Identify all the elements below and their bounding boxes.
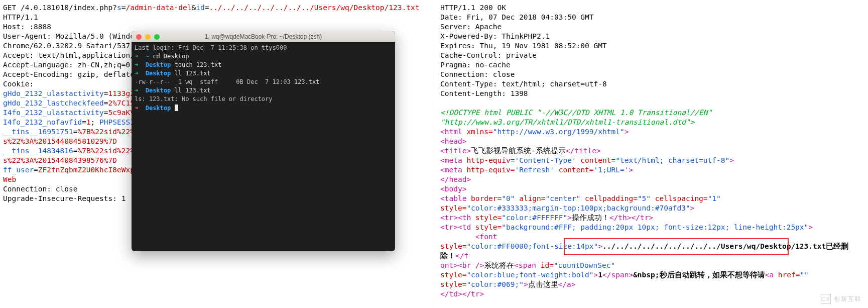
req-http-ver: HTTP/1.1 [3,13,38,21]
success-text: 操作成功！ [572,214,609,222]
req-cookie-label: Cookie: [3,80,34,88]
req-path-prefix: /4.0.181010/index.php? [16,4,117,12]
cookie-key: __tins__14834816 [3,147,73,155]
req-accept: Accept: text/html,application/xhtml+xml,… [3,51,133,60]
cookie-line: s%22%3A%201544084398576%7D [3,156,117,164]
req-al: Accept-Language: zh-CN,zh;q=0.8,en;q=0.6 [3,60,133,70]
term-prompt[interactable]: ➜ Desktop [135,104,392,113]
logo-icon: CX [821,294,831,304]
req-ua1: User-Agent: Mozilla/5.0 (Windows NT 10.0… [3,32,133,41]
watermark: CX 创新互联 [821,294,862,304]
term-line: ➜ Desktop touch 123.txt [135,61,392,69]
term-line: ➜ Desktop ll 123.txt [135,69,392,78]
cookie-key: gHdo_2132_ulastactivity [3,89,104,97]
resp-cc: Cache-Control: private [440,51,537,59]
http-response-panel[interactable]: HTTP/1.1 200 OK Date: Fri, 07 Dec 2018 0… [431,0,868,308]
cookie-line: s%22%3A%201544084581029%7D [3,137,117,145]
term-ls-out: -rw-r--r-- 1 wq staff 0B Dec 7 12:03 123… [135,78,392,86]
doctype-line: <!DOCTYPE html PUBLIC "-//W3C//DTD XHTML… [440,109,712,117]
resp-expires: Expires: Thu, 19 Nov 1981 08:52:00 GMT [440,42,607,50]
term-line: ➜ Desktop ll 123.txt [135,86,392,95]
req-host: Host: [3,23,29,31]
resp-xpb: X-Powered-By: ThinkPHP2.1 [440,32,550,40]
req-s-val: /admin-data-del [126,4,191,12]
cookie-key: gHdo_2132_lastcheckfeed [3,99,104,107]
page-title-text: 飞飞影视导航系统-系统提示 [471,147,566,155]
resp-date: Date: Fri, 07 Dec 2018 04:03:50 GMT [440,13,594,21]
tag: <html [440,128,462,136]
resp-status: HTTP/1.1 200 OK [440,4,506,12]
resp-ctype: Content-Type: text/html; charset=utf-8 [440,80,607,88]
req-ae: Accept-Encoding: gzip, deflate [3,70,133,79]
cookie-key: I4fo_2132_nofavfid [3,118,82,126]
terminal-title: 1. wq@wqdeMacBook-Pro: ~/Desktop (zsh) [132,33,395,41]
resp-conn: Connection: close [440,70,515,78]
tag: <head> [440,137,466,145]
doctype-line: "http://www.w3.org/TR/xhtml1/DTD/xhtml1-… [440,118,694,126]
req-id-val: ../../../../../../../../Users/wq/Desktop… [209,4,419,12]
terminal-window[interactable]: 1. wq@wqdeMacBook-Pro: ~/Desktop (zsh) L… [132,31,395,251]
cookie-key: ff_user [3,166,34,174]
resp-pragma: Pragma: no-cache [440,61,511,69]
cookie-val: 1 [86,118,91,126]
terminal-body[interactable]: Last login: Fri Dec 7 11:25:38 on ttys00… [132,42,395,114]
cookie-key: __tins__16951751 [3,128,73,136]
term-line: ➜ ~ cd Desktop [135,52,392,61]
req-trailer: Web [3,175,16,183]
cookie-key: I4fo_2132_ulastactivity [3,109,104,117]
req-uir: Upgrade-Insecure-Requests: 1 [3,194,126,202]
req-ua2: Chrome/62.0.3202.9 Safari/537.36 [3,41,133,51]
req-id-key: id [196,4,204,12]
resp-server: Server: Apache [440,23,502,31]
terminal-titlebar[interactable]: 1. wq@wqdeMacBook-Pro: ~/Desktop (zsh) [132,31,395,42]
cookie-val: ZF2fnZqbmZ2U0KhcI8eWxp [38,165,135,175]
term-error: ls: 123.txt: No such file or directory [135,95,392,104]
last-login: Last login: Fri Dec 7 11:25:38 on ttys00… [135,44,392,52]
resp-clen: Content-Length: 1398 [440,89,528,97]
req-conn: Connection: close [3,185,77,193]
req-s-key: s [117,4,121,12]
cursor-icon [175,105,178,111]
req-method: GET [3,4,16,12]
